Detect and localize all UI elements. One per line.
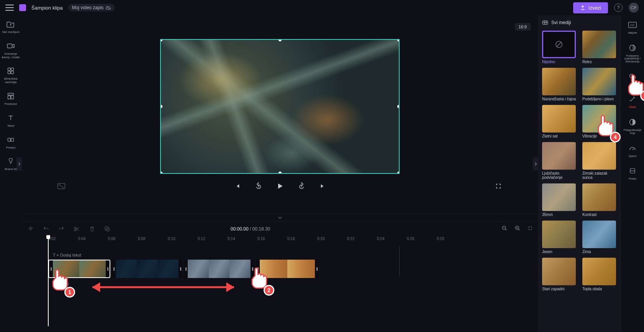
undo-button[interactable] [42, 225, 50, 233]
clip-handle-left[interactable]: || [112, 260, 116, 278]
rail-library[interactable]: Biblioteka sadržaja [1, 66, 20, 84]
zoom-out-button[interactable] [501, 225, 508, 233]
aspect-ratio-badge[interactable]: 16:9 [515, 23, 531, 31]
rail-filters[interactable]: Filteri [628, 72, 637, 86]
cloud-sync-icon [106, 5, 111, 10]
magic-tool[interactable] [27, 225, 34, 233]
timeline-clip-4[interactable]: || || [256, 260, 319, 278]
user-avatar[interactable]: CP [629, 3, 639, 13]
svg-rect-5 [8, 93, 14, 95]
chevron-right-icon [534, 162, 537, 166]
resize-handle-top-right[interactable] [397, 39, 400, 41]
timeline: 00:00.00 / 00:18.30 0:02 0:04 0:06 0:08 … [21, 221, 538, 332]
rail-transition[interactable]: Prelaz [628, 166, 637, 180]
resize-handle-top-left[interactable] [160, 39, 162, 41]
timeline-collapse-toggle[interactable] [21, 214, 538, 221]
clip-handle-right[interactable]: || [179, 260, 182, 278]
svg-rect-8 [8, 138, 11, 141]
resize-handle-top-mid[interactable] [279, 39, 282, 41]
media-grid-icon [542, 20, 548, 25]
filter-none[interactable]: Nijedno [542, 31, 577, 64]
safe-zone-toggle[interactable] [56, 181, 67, 191]
rail-captions[interactable]: CC Natpise [628, 20, 637, 34]
chevron-down-icon [278, 216, 282, 219]
clip-handle-right[interactable]: || [251, 260, 254, 278]
chevron-right-icon [18, 162, 20, 166]
expand-left-rail[interactable] [16, 157, 22, 171]
rail-your-media[interactable]: Vaš medijum [2, 19, 20, 34]
text-icon [6, 113, 16, 123]
delete-button[interactable] [88, 225, 96, 233]
timeline-clip-1[interactable]: || || [48, 260, 110, 278]
filter-orange-teal[interactable]: Narandžasta i čajna [542, 68, 577, 101]
center-column: 16:9 5 5 [21, 15, 538, 332]
rail-transitions[interactable]: Prelazi [6, 135, 16, 150]
camera-icon [6, 41, 16, 51]
rail-templates[interactable]: Predlošci [5, 91, 17, 106]
help-button[interactable]: ? [614, 3, 623, 12]
filter-vibes[interactable]: Vibracije 4 [582, 105, 617, 138]
rail-text[interactable]: Tekst [6, 113, 16, 128]
svg-rect-3 [8, 71, 11, 74]
resize-handle-mid-left[interactable] [160, 105, 162, 108]
skip-start-button[interactable] [232, 181, 243, 191]
filter-winter-sunset[interactable]: Zimski zalazak sunca [582, 142, 617, 180]
clip-handle-left[interactable]: || [49, 260, 53, 277]
filter-purple-underline[interactable]: Ljubičasto podvlačenje [542, 142, 577, 180]
wand-icon [628, 94, 637, 104]
resize-handle-mid-right[interactable] [397, 105, 400, 108]
filter-bold-blue[interactable]: Podebljano i plavo [582, 68, 617, 101]
timeline-ruler[interactable]: 0:02 0:04 0:06 0:08 0:10 0:12 0:14 0:16 … [21, 237, 538, 246]
clip-handle-left[interactable]: || [256, 260, 260, 278]
timeline-clip-3[interactable]: || || [184, 260, 254, 278]
redo-button[interactable] [57, 225, 65, 233]
preview-area: 16:9 5 5 [21, 15, 538, 214]
clip-handle-right[interactable]: || [106, 260, 110, 277]
rail-brand-kit[interactable]: Brand kit [5, 156, 17, 171]
clip-handle-left[interactable]: || [184, 260, 188, 278]
svg-text:5: 5 [301, 186, 302, 188]
playback-controls: 5 5 [21, 174, 538, 196]
filter-35mm[interactable]: 35mm [542, 183, 577, 217]
collapse-right-panel[interactable] [533, 157, 538, 171]
zoom-fit-button[interactable] [528, 226, 533, 232]
skip-end-button[interactable] [318, 181, 328, 191]
fullscreen-button[interactable] [493, 181, 504, 191]
rail-effects[interactable]: Efekti [628, 94, 637, 109]
rail-color-adjust[interactable]: Prilagođavanje boja [622, 117, 643, 134]
cc-icon: CC [628, 20, 637, 30]
menu-button[interactable] [5, 5, 14, 11]
play-button[interactable] [275, 181, 285, 191]
text-track-hint[interactable]: T + Dodaj tekst [48, 246, 534, 260]
canvas-frame[interactable] [160, 39, 400, 174]
project-subtitle[interactable]: Moj video zapis [68, 4, 115, 11]
top-bar: Šampion klipa Moj video zapis Izvezi ? C… [0, 0, 644, 15]
forward-button[interactable]: 5 [296, 181, 307, 191]
left-rail: Vaš medijum Snimanje &amp; create Biblio… [0, 15, 21, 332]
filters-icon [628, 72, 637, 82]
filter-retro[interactable]: Retro [582, 31, 617, 64]
rewind-button[interactable]: 5 [253, 181, 264, 191]
split-button[interactable] [73, 225, 80, 233]
export-button[interactable]: Izvezi [573, 2, 608, 13]
filter-winter[interactable]: Zima [582, 221, 617, 254]
edge-marker [399, 246, 400, 276]
clip-handle-right[interactable]: || [315, 260, 319, 278]
export-label: Izvezi [588, 5, 601, 11]
tracks-area: T + Dodaj tekst || || || || || [21, 246, 538, 332]
timeline-clip-2[interactable]: || || [112, 260, 182, 278]
contrast-icon [628, 117, 637, 127]
rail-record-create[interactable]: Snimanje &amp; create [1, 41, 20, 59]
rail-speed[interactable]: Speed [628, 143, 637, 158]
zoom-in-button[interactable] [515, 225, 521, 233]
filter-old-west[interactable]: Stari zapadni [542, 258, 577, 291]
filter-warm-coast[interactable]: Topla obala [582, 258, 617, 291]
audio-track-hint[interactable]: + Aŭ [48, 278, 534, 286]
filter-contrast[interactable]: Kontrast [582, 183, 617, 217]
circle-half-icon [628, 43, 637, 53]
filter-autumn[interactable]: Jesen [542, 221, 577, 254]
rail-fade[interactable]: Postepeno pojavljivanje i iščezavanje [622, 43, 643, 63]
brand-icon [6, 156, 16, 166]
duplicate-button[interactable] [103, 225, 111, 233]
filter-golden-hour[interactable]: Zlatni sat [542, 105, 577, 138]
